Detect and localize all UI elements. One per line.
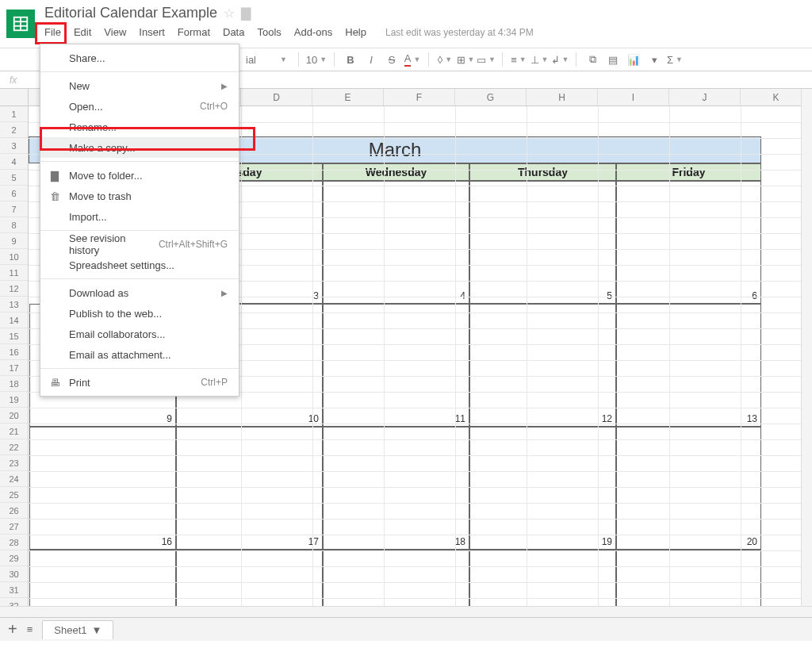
row-header[interactable]: 19	[0, 392, 28, 408]
font-size-select[interactable]: 10▼	[307, 54, 326, 66]
menu-item-settings[interactable]: Spreadsheet settings...	[40, 255, 239, 275]
row-header[interactable]: 31	[0, 582, 28, 598]
menu-help[interactable]: Help	[345, 26, 366, 38]
row-header[interactable]: 16	[0, 344, 28, 360]
merge-button[interactable]: ▭▼	[478, 52, 494, 67]
row-header[interactable]: 7	[0, 201, 28, 217]
calendar-cell[interactable]: 16	[29, 427, 176, 550]
row-header[interactable]: 28	[0, 535, 28, 550]
menu-item-import[interactable]: Import...	[40, 206, 239, 227]
menu-item-print[interactable]: 🖶PrintCtrl+P	[40, 372, 239, 393]
row-header[interactable]: 30	[0, 566, 28, 582]
halign-button[interactable]: ≡▼	[511, 52, 527, 67]
submenu-arrow-icon: ▶	[221, 82, 228, 90]
all-sheets-button[interactable]: ≡	[27, 623, 33, 635]
row-header[interactable]: 29	[0, 550, 28, 566]
menu-view[interactable]: View	[104, 26, 126, 38]
app-logo-icon[interactable]	[6, 10, 35, 38]
menu-format[interactable]: Format	[178, 26, 210, 38]
menu-item-make-copy[interactable]: Make a copy...	[40, 137, 239, 158]
horizontal-scrollbar[interactable]	[0, 606, 812, 617]
row-header[interactable]: 14	[0, 312, 28, 328]
bold-button[interactable]: B	[343, 52, 358, 67]
row-header[interactable]: 24	[0, 471, 28, 487]
menu-item-share[interactable]: Share...	[40, 48, 239, 68]
calendar-cell[interactable]: 5	[469, 181, 616, 304]
valign-button[interactable]: ⊥▼	[531, 52, 547, 67]
fill-color-button[interactable]: ◊▼	[437, 52, 453, 67]
row-header[interactable]: 25	[0, 487, 28, 503]
row-header[interactable]: 8	[0, 217, 28, 233]
annotation-file-highlight	[35, 22, 67, 44]
borders-button[interactable]: ⊞▼	[458, 52, 473, 67]
col-header[interactable]: E	[312, 89, 384, 105]
row-header[interactable]: 3	[0, 138, 28, 154]
col-header[interactable]: J	[669, 89, 741, 105]
menu-insert[interactable]: Insert	[139, 26, 165, 38]
col-header[interactable]: H	[527, 89, 598, 105]
row-header[interactable]: 9	[0, 233, 28, 249]
calendar-cell[interactable]: 18	[323, 427, 469, 550]
text-color-button[interactable]: A▼	[404, 52, 420, 67]
menu-item-open[interactable]: Open...Ctrl+O	[40, 96, 239, 117]
menu-edit[interactable]: Edit	[74, 26, 91, 38]
row-header[interactable]: 23	[0, 455, 28, 471]
row-header[interactable]: 10	[0, 249, 28, 265]
row-header[interactable]: 21	[0, 424, 28, 439]
calendar-cell[interactable]: 20	[616, 427, 761, 550]
menu-addons[interactable]: Add-ons	[294, 26, 332, 38]
calendar-cell[interactable]: 17	[176, 427, 323, 550]
row-header[interactable]: 1	[0, 106, 28, 122]
document-title[interactable]: Editorial Calendar Example	[44, 5, 217, 21]
print-icon: 🖶	[48, 377, 61, 389]
col-header[interactable]: G	[455, 89, 527, 105]
folder-icon[interactable]: ▇	[241, 6, 251, 21]
menu-item-email-collab[interactable]: Email collaborators...	[40, 324, 239, 344]
italic-button[interactable]: I	[363, 52, 379, 67]
strike-button[interactable]: S	[384, 52, 400, 67]
row-header[interactable]: 22	[0, 439, 28, 455]
menu-item-move-folder[interactable]: ▇Move to folder...	[40, 165, 239, 186]
star-icon[interactable]: ☆	[224, 6, 235, 21]
functions-button[interactable]: Σ▼	[667, 52, 683, 67]
calendar-cell[interactable]: 19	[469, 427, 616, 550]
calendar-cell[interactable]: 4	[323, 181, 469, 304]
row-header[interactable]: 12	[0, 281, 28, 297]
menu-item-rename[interactable]: Rename...	[40, 117, 239, 137]
col-header[interactable]: D	[241, 89, 312, 105]
add-sheet-button[interactable]: +	[8, 620, 17, 638]
chart-button[interactable]: 📊	[626, 52, 642, 67]
wrap-button[interactable]: ↲▼	[552, 52, 568, 67]
menu-item-move-trash[interactable]: 🗑Move to trash	[40, 186, 239, 206]
menu-item-new[interactable]: New▶	[40, 75, 239, 96]
menu-item-download[interactable]: Download as▶	[40, 282, 239, 303]
col-header[interactable]: I	[598, 89, 669, 105]
menu-item-email-attach[interactable]: Email as attachment...	[40, 344, 239, 365]
row-header[interactable]: 5	[0, 170, 28, 186]
row-header[interactable]: 27	[0, 519, 28, 535]
menu-tools[interactable]: Tools	[257, 26, 281, 38]
row-header[interactable]: 11	[0, 265, 28, 281]
row-header[interactable]: 6	[0, 186, 28, 201]
calendar-date: 17	[308, 536, 319, 547]
row-header[interactable]: 13	[0, 297, 28, 312]
menu-item-publish[interactable]: Publish to the web...	[40, 303, 239, 324]
menu-item-revision[interactable]: See revision historyCtrl+Alt+Shift+G	[40, 234, 239, 255]
row-header[interactable]: 18	[0, 376, 28, 392]
row-header[interactable]: 26	[0, 503, 28, 519]
row-header[interactable]: 2	[0, 122, 28, 138]
calendar-cell[interactable]: 6	[616, 181, 761, 304]
row-header[interactable]: 17	[0, 360, 28, 376]
link-button[interactable]: ⧉	[584, 52, 600, 67]
vertical-scrollbar[interactable]	[801, 89, 812, 641]
sheet-tab[interactable]: Sheet1▼	[42, 620, 113, 639]
filter-button[interactable]: ▾	[646, 52, 662, 67]
row-header[interactable]: 4	[0, 154, 28, 170]
row-header[interactable]: 20	[0, 408, 28, 424]
col-header[interactable]: F	[384, 89, 455, 105]
font-name-text: ial	[246, 54, 256, 66]
font-name-select[interactable]: ial▼	[243, 54, 290, 66]
row-header[interactable]: 15	[0, 328, 28, 344]
comment-button[interactable]: ▤	[605, 52, 621, 67]
menu-data[interactable]: Data	[223, 26, 244, 38]
